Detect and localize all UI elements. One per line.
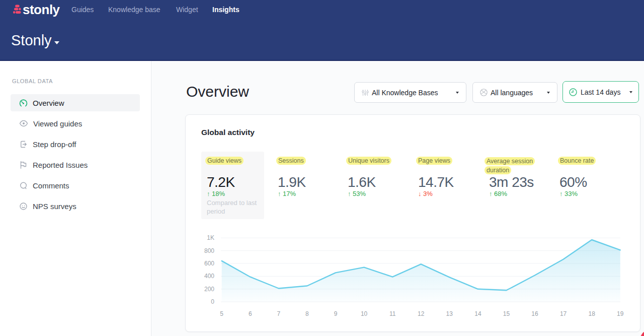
- svg-text:13: 13: [446, 310, 453, 317]
- svg-text:1K: 1K: [207, 234, 214, 241]
- svg-text:17: 17: [560, 310, 567, 317]
- svg-text:6: 6: [249, 310, 252, 317]
- svg-text:12: 12: [418, 310, 425, 317]
- svg-text:18: 18: [589, 310, 596, 317]
- svg-text:15: 15: [503, 310, 510, 317]
- svg-text:9: 9: [334, 310, 338, 317]
- svg-text:600: 600: [204, 260, 214, 267]
- svg-text:0: 0: [211, 298, 214, 305]
- svg-text:5: 5: [220, 310, 223, 317]
- svg-text:14: 14: [474, 310, 481, 317]
- svg-text:16: 16: [531, 310, 538, 317]
- svg-text:400: 400: [204, 273, 214, 280]
- svg-text:19: 19: [617, 310, 624, 317]
- svg-text:800: 800: [204, 247, 214, 254]
- svg-text:7: 7: [277, 310, 281, 317]
- svg-text:200: 200: [204, 286, 214, 293]
- svg-text:11: 11: [389, 310, 396, 317]
- svg-text:10: 10: [361, 310, 368, 317]
- svg-text:8: 8: [305, 310, 309, 317]
